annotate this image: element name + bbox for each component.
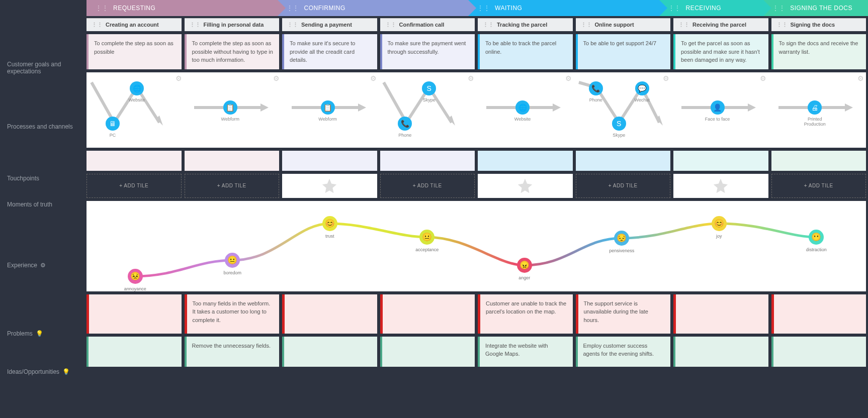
idea-cell[interactable]: Employ customer success agents for the e… [576,337,671,367]
gear-icon[interactable]: ⚙ [176,74,182,82]
gear-icon[interactable]: ⚙ [370,74,377,82]
problem-cell[interactable] [86,294,182,334]
emotion-node[interactable]: 😐 [419,230,435,245]
problem-cell[interactable]: Customer are unable to track the parcel'… [478,294,573,334]
phase-confirming[interactable]: ⋮⋮CONFIRMING [278,0,469,16]
add-tile-button[interactable]: + ADD TILE [771,174,866,198]
idea-cell[interactable] [771,337,866,367]
stage-header[interactable]: ⋮⋮Online support [576,18,671,31]
moment-star[interactable] [478,174,573,198]
goal-cell[interactable]: To sign the docs and receive the warrant… [771,34,866,69]
stage-header[interactable]: ⋮⋮Signing the docs [771,18,866,31]
emotion-node[interactable]: 😊 [712,216,727,231]
drag-icon[interactable]: ⋮⋮ [477,5,490,12]
emotion-node[interactable]: 😠 [517,258,532,273]
gear-icon[interactable]: ⚙ [663,74,669,82]
gear-icon[interactable]: ⚙ [760,74,766,82]
bulb-icon: 💡 [36,330,43,337]
drag-icon[interactable]: ⋮⋮ [287,5,299,12]
idea-cell[interactable] [282,337,377,367]
phone-icon[interactable]: 📞 [398,117,412,131]
add-tile-button[interactable]: + ADD TILE [576,174,671,198]
add-tile-button[interactable]: + ADD TILE [185,174,280,198]
drag-icon[interactable]: ⋮⋮ [92,22,103,28]
gear-icon[interactable]: ⚙ [857,74,864,82]
touchpoint-cell[interactable] [771,151,866,171]
drag-icon[interactable]: ⋮⋮ [287,22,298,28]
pc-icon[interactable]: 🖥 [106,117,120,131]
drag-icon[interactable]: ⋮⋮ [581,22,592,28]
idea-cell[interactable] [380,337,475,367]
problem-cell[interactable] [282,294,377,334]
drag-icon[interactable]: ⋮⋮ [668,5,681,12]
goal-cell[interactable]: To make sure the payment went through su… [380,34,475,69]
idea-cell[interactable]: Remove the unnecessary fields. [185,337,280,367]
touchpoint-cell[interactable] [478,151,573,171]
emotion-node[interactable]: 😶 [809,230,824,245]
emotion-node[interactable]: 😔 [614,231,629,246]
drag-icon[interactable]: ⋮⋮ [776,22,788,28]
gear-icon[interactable]: ⚙ [468,74,474,82]
skype-icon[interactable]: S [612,117,626,131]
add-tile-button[interactable]: + ADD TILE [86,174,182,198]
drag-icon[interactable]: ⋮⋮ [190,22,201,28]
idea-cell[interactable] [673,337,768,367]
person-icon[interactable]: 👤 [711,100,725,115]
globe-icon[interactable]: 🌐 [515,100,530,115]
phase-requesting[interactable]: ⋮⋮REQUESTING [86,0,278,16]
idea-cell[interactable] [86,337,182,367]
drag-icon[interactable]: ⋮⋮ [483,22,494,28]
wechat-icon[interactable]: 💬 [635,81,649,95]
touchpoint-cell[interactable] [673,151,768,171]
phone-icon[interactable]: 📞 [589,81,603,95]
stage-header[interactable]: ⋮⋮Creating an account [86,18,182,31]
emotion-node[interactable]: 😐 [225,253,240,268]
touchpoint-cell[interactable] [576,151,671,171]
problem-cell[interactable] [673,294,768,334]
goal-cell[interactable]: To make sure it's secure to provide all … [282,34,377,69]
stage-header[interactable]: ⋮⋮Confirmation call [380,18,475,31]
goal-cell[interactable]: To be able to track the parcel online. [478,34,573,69]
drag-icon[interactable]: ⋮⋮ [96,5,108,12]
form-icon[interactable]: 📋 [321,100,335,115]
drag-icon[interactable]: ⋮⋮ [385,22,396,28]
emotion-node[interactable]: 😊 [322,216,337,231]
phase-signing[interactable]: ⋮⋮SIGNING THE DOCS [763,0,868,16]
touchpoint-cell[interactable] [86,151,182,171]
drag-icon[interactable]: ⋮⋮ [772,5,785,12]
goal-cell[interactable]: To complete the step as soon as possible [86,34,182,69]
processes-row: ⚙ 🖥 PC 🌐 Website ⚙ 📋 Webform ⚙ 📋 Webform [86,72,866,148]
stage-header[interactable]: ⋮⋮Sending a payment [282,18,377,31]
globe-icon[interactable]: 🌐 [130,81,144,95]
goal-cell[interactable]: To complete the step as soon as possible… [185,34,280,69]
problem-cell[interactable] [771,294,866,334]
phase-receiving[interactable]: ⋮⋮RECEIVING [659,0,764,16]
experience-chart[interactable]: 😣annoyance😐boredom😊trust😐acceptance😠ange… [86,201,866,291]
gear-icon[interactable]: ⚙ [40,262,46,269]
touchpoint-cell[interactable] [380,151,475,171]
emotion-node[interactable]: 😣 [128,269,143,284]
gear-icon[interactable]: ⚙ [273,74,280,82]
problem-cell[interactable] [380,294,475,334]
star-icon [321,177,338,194]
moment-star[interactable] [673,174,768,198]
form-icon[interactable]: 📋 [223,100,237,115]
touchpoint-cell[interactable] [185,151,280,171]
stage-header[interactable]: ⋮⋮Filling in personal data [185,18,280,31]
print-icon[interactable]: 🖨 [808,100,822,115]
skype-icon[interactable]: S [422,81,436,95]
goal-cell[interactable]: To get the parcel as soon as possible an… [673,34,768,69]
problem-cell[interactable]: Too many fields in the webform. It takes… [185,294,280,334]
phase-waiting[interactable]: ⋮⋮WAITING [468,0,659,16]
goal-cell[interactable]: To be able to get support 24/7 [576,34,671,69]
touchpoint-cell[interactable] [282,151,377,171]
idea-cell[interactable]: Integrate the website with Google Maps. [478,337,573,367]
moment-star[interactable] [282,174,377,198]
stage-header[interactable]: ⋮⋮Tracking the parcel [478,18,573,31]
row-label-processes: Processes and channels [0,87,86,166]
add-tile-button[interactable]: + ADD TILE [380,174,475,198]
stage-header[interactable]: ⋮⋮Receiving the parcel [673,18,768,31]
drag-icon[interactable]: ⋮⋮ [678,22,689,28]
gear-icon[interactable]: ⚙ [565,74,572,82]
problem-cell[interactable]: The support service is unavailable durin… [576,294,671,334]
